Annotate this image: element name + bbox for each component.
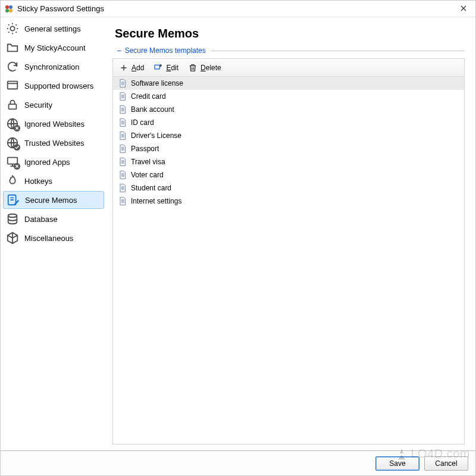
list-item[interactable]: Travel visa	[113, 155, 464, 168]
sidebar-item-label: Ignored Apps	[24, 158, 70, 167]
lock-icon	[5, 98, 20, 112]
document-icon	[118, 196, 127, 206]
list-item[interactable]: Software license	[113, 77, 464, 90]
settings-window: Sticky Password Settings General setting…	[0, 0, 476, 476]
document-icon	[118, 183, 127, 193]
sidebar-item-label: Ignored Websites	[24, 120, 84, 129]
flame-icon	[5, 174, 20, 188]
sidebar-item-general[interactable]: General settings	[3, 20, 104, 37]
save-button[interactable]: Save	[375, 456, 419, 471]
sidebar-item-sync[interactable]: Synchronization	[3, 58, 104, 76]
folder-icon	[5, 40, 20, 55]
edit-icon	[154, 63, 163, 73]
sidebar-item-ignored-a[interactable]: Ignored Apps	[3, 153, 104, 171]
edit-label: Edit	[166, 64, 178, 72]
svg-point-13	[9, 9, 12, 12]
sidebar-item-database[interactable]: Database	[3, 210, 104, 228]
list-item-label: Credit card	[131, 92, 166, 101]
templates-list: Software license Credit card Bank accoun…	[113, 77, 464, 444]
sidebar-item-label: Database	[24, 215, 58, 224]
add-label: Add	[131, 64, 144, 72]
section-dash: –	[112, 46, 125, 55]
templates-panel: Add Edit Delete Software license Credit …	[112, 58, 465, 444]
list-item[interactable]: Driver's License	[113, 129, 464, 142]
monitor-blocked-icon	[5, 155, 20, 169]
list-item[interactable]: Bank account	[113, 103, 464, 116]
sidebar-item-browsers[interactable]: Supported browsers	[3, 77, 104, 95]
sidebar: General settings My StickyAccount Synchr…	[1, 17, 107, 450]
sidebar-item-security[interactable]: Security	[3, 96, 104, 114]
document-icon	[118, 105, 127, 114]
close-button[interactable]	[455, 2, 472, 15]
trash-icon	[188, 63, 198, 73]
list-item[interactable]: Voter card	[113, 168, 464, 181]
window-title: Sticky Password Settings	[17, 4, 104, 13]
svg-point-11	[9, 5, 12, 9]
delete-label: Delete	[201, 64, 221, 72]
browser-icon	[5, 79, 20, 93]
section-header: – Secure Memos templates	[112, 46, 465, 55]
list-item[interactable]: Internet settings	[113, 195, 464, 208]
list-item[interactable]: Credit card	[113, 90, 464, 103]
list-item-label: Voter card	[131, 171, 164, 179]
templates-toolbar: Add Edit Delete	[113, 59, 464, 77]
section-line	[211, 51, 465, 51]
document-icon	[118, 170, 127, 180]
list-item-label: Internet settings	[131, 197, 181, 205]
svg-point-12	[5, 9, 9, 12]
sidebar-item-label: Trusted Websites	[24, 139, 84, 148]
add-button[interactable]: Add	[119, 63, 144, 73]
delete-button[interactable]: Delete	[188, 63, 221, 73]
close-icon	[461, 5, 466, 13]
edit-button[interactable]: Edit	[154, 63, 178, 73]
sidebar-item-misc[interactable]: Miscellaneous	[3, 229, 104, 247]
svg-point-10	[5, 5, 9, 9]
sidebar-item-label: Security	[24, 101, 52, 109]
list-item-label: Student card	[131, 184, 171, 192]
sync-icon	[5, 60, 20, 74]
cube-icon	[5, 231, 20, 245]
section-label: Secure Memos templates	[125, 46, 206, 55]
sidebar-item-label: Supported browsers	[24, 82, 93, 90]
main-panel: Secure Memos – Secure Memos templates Ad…	[107, 17, 475, 450]
page-title: Secure Memos	[115, 27, 465, 40]
list-item[interactable]: Passport	[113, 142, 464, 155]
list-item-label: Travel visa	[131, 158, 165, 166]
note-edit-icon	[6, 193, 20, 207]
sidebar-item-label: Hotkeys	[24, 177, 52, 186]
list-item-label: Passport	[131, 145, 159, 153]
list-item-label: Software license	[131, 79, 183, 87]
sidebar-item-label: My StickyAccount	[24, 43, 86, 52]
document-icon	[118, 144, 127, 154]
sidebar-item-trusted-w[interactable]: Trusted Websites	[3, 134, 104, 152]
database-icon	[5, 212, 20, 226]
document-icon	[118, 92, 127, 101]
titlebar: Sticky Password Settings	[1, 1, 475, 17]
document-icon	[118, 131, 127, 140]
cancel-button[interactable]: Cancel	[424, 456, 468, 471]
document-icon	[118, 79, 127, 88]
document-icon	[118, 118, 127, 127]
list-item-label: ID card	[131, 118, 154, 127]
list-item[interactable]: ID card	[113, 116, 464, 129]
plus-icon	[119, 63, 129, 73]
globe-blocked-icon	[5, 117, 20, 131]
sidebar-item-label: Secure Memos	[25, 196, 77, 205]
list-item-label: Bank account	[131, 105, 174, 114]
list-item[interactable]: Student card	[113, 181, 464, 195]
sidebar-item-account[interactable]: My StickyAccount	[3, 39, 104, 57]
sidebar-item-ignored-w[interactable]: Ignored Websites	[3, 115, 104, 133]
window-body: General settings My StickyAccount Synchr…	[1, 17, 475, 450]
gear-icon	[5, 21, 20, 36]
sidebar-item-hotkeys[interactable]: Hotkeys	[3, 172, 104, 190]
sidebar-item-memos[interactable]: Secure Memos	[3, 191, 104, 209]
footer: Save Cancel	[1, 450, 475, 475]
app-icon	[4, 4, 14, 14]
list-item-label: Driver's License	[131, 131, 181, 140]
sidebar-item-label: General settings	[24, 24, 81, 33]
sidebar-item-label: Miscellaneous	[24, 234, 73, 243]
globe-check-icon	[5, 136, 20, 150]
sidebar-item-label: Synchronization	[24, 62, 80, 71]
document-icon	[118, 157, 127, 167]
